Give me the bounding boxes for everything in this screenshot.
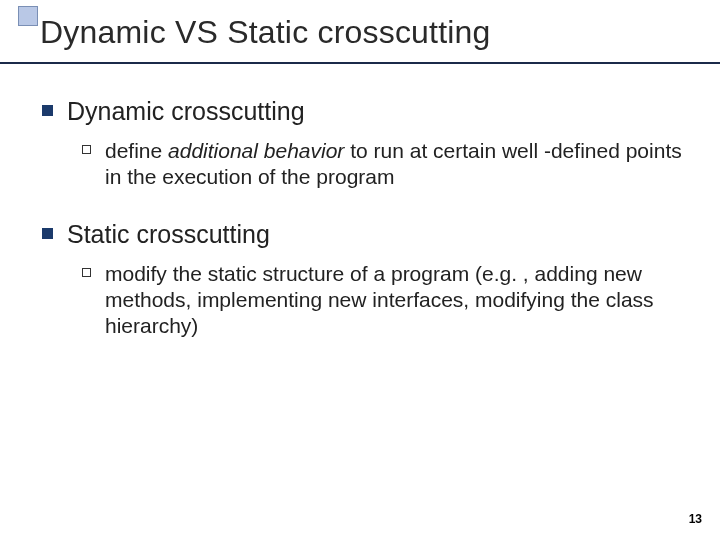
sub-point: define additional behavior to run at cer… [105,138,682,191]
slide-body: Dynamic crosscutting define additional b… [42,96,682,367]
title-underline [0,62,720,64]
slide: Dynamic VS Static crosscutting Dynamic c… [0,0,720,540]
list-item: define additional behavior to run at cer… [82,138,682,191]
open-square-bullet-icon [82,145,91,154]
text-run: modify the static structure of a program… [105,262,654,338]
section-heading: Dynamic crosscutting [67,96,305,126]
list-item: modify the static structure of a program… [82,261,682,340]
square-bullet-icon [42,105,53,116]
list-item: Dynamic crosscutting [42,96,682,126]
square-bullet-icon [42,228,53,239]
italic-text: additional behavior [168,139,344,162]
list-item: Static crosscutting [42,219,682,249]
sub-point: modify the static structure of a program… [105,261,682,340]
slide-title: Dynamic VS Static crosscutting [40,14,491,51]
open-square-bullet-icon [82,268,91,277]
section-heading: Static crosscutting [67,219,270,249]
text-run: define [105,139,168,162]
accent-square-icon [18,6,38,26]
page-number: 13 [689,512,702,526]
